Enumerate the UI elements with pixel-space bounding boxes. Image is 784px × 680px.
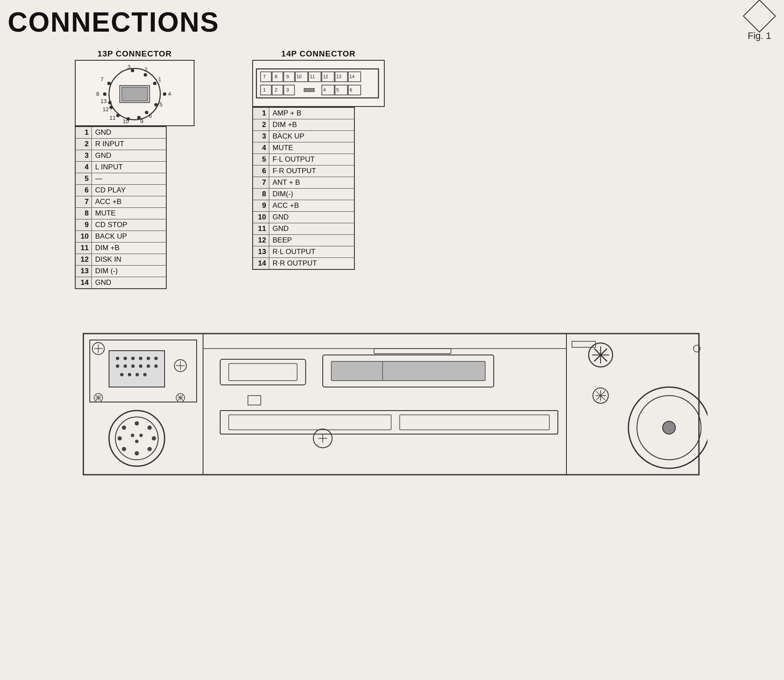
svg-rect-100	[220, 359, 306, 385]
fig-diamond	[743, 0, 776, 33]
table-row: 12BEEP	[253, 235, 354, 246]
svg-text:2: 2	[274, 87, 277, 92]
svg-point-11	[154, 103, 158, 106]
svg-point-92	[122, 447, 126, 451]
pin-label: GND	[91, 277, 166, 289]
svg-text:10: 10	[297, 74, 302, 79]
pin-label: CD STOP	[91, 219, 166, 231]
svg-rect-29	[256, 69, 378, 98]
pin-number: 7	[253, 177, 269, 189]
table-row: 13DIM (-)	[75, 266, 166, 277]
svg-point-93	[118, 436, 122, 441]
pin-label: DIM +B	[269, 119, 354, 131]
pin-number: 1	[253, 107, 269, 119]
svg-text:11: 11	[310, 74, 315, 79]
svg-text:1: 1	[158, 76, 161, 83]
svg-rect-30	[261, 72, 271, 82]
svg-rect-50	[284, 85, 295, 95]
pin-label: GND	[269, 223, 354, 235]
svg-point-90	[147, 447, 152, 451]
svg-text:5: 5	[336, 87, 339, 92]
svg-point-95	[131, 434, 134, 437]
svg-text:12: 12	[323, 74, 328, 79]
table-row: 1AMP + B	[253, 107, 354, 119]
pin-label: MUTE	[91, 208, 166, 219]
table-row: 5F·L OUTPUT	[253, 154, 354, 166]
table-row: 1GND	[75, 127, 166, 139]
svg-text:6: 6	[149, 112, 152, 119]
svg-rect-103	[331, 361, 485, 381]
pin-label: CD PLAY	[91, 185, 166, 196]
pin-number: 7	[75, 196, 91, 208]
pin-number: 10	[253, 212, 269, 223]
svg-text:4: 4	[168, 91, 171, 97]
svg-text:9: 9	[140, 118, 143, 124]
pin-label: ACC +B	[91, 196, 166, 208]
connector-13p-title: 13P CONNECTOR	[75, 49, 195, 59]
svg-text:3: 3	[127, 64, 130, 70]
bottom-diagram-svg	[75, 325, 707, 483]
svg-rect-65	[109, 351, 165, 387]
svg-point-7	[131, 69, 134, 72]
pin-label: GND	[269, 212, 354, 223]
svg-rect-106	[220, 411, 558, 434]
svg-point-71	[154, 357, 158, 360]
svg-point-66	[116, 357, 119, 360]
page-title: CONNECTIONS	[8, 6, 219, 38]
svg-point-17	[103, 92, 106, 96]
table-row: 6CD PLAY	[75, 185, 166, 196]
pin-label: MUTE	[269, 142, 354, 154]
pin-label: —	[91, 173, 166, 185]
svg-point-67	[124, 357, 127, 360]
connector-13p-table: 1GND2R INPUT3GND4L INPUT5—6CD PLAY7ACC +…	[75, 126, 167, 289]
svg-rect-58	[304, 89, 314, 92]
svg-text:10: 10	[123, 118, 129, 124]
table-row: 8MUTE	[75, 208, 166, 219]
svg-text:13: 13	[336, 74, 342, 79]
svg-point-75	[139, 364, 142, 368]
svg-point-87	[135, 421, 139, 426]
svg-rect-113	[566, 334, 699, 475]
pin-label: R·L OUTPUT	[269, 246, 354, 258]
pin-number: 3	[253, 131, 269, 142]
bottom-diagram	[75, 325, 707, 485]
table-row: 14GND	[75, 277, 166, 289]
connector-14p-diagram: 7 8 9 10 11 12 13 14 1 2 3 4 5	[252, 60, 385, 107]
table-row: 5—	[75, 173, 166, 185]
pin-label: DIM (-)	[91, 266, 166, 277]
table-row: 9ACC +B	[253, 200, 354, 212]
pin-label: BACK UP	[91, 231, 166, 242]
connector-13p: 13P CONNECTOR 1 2 3 4 5 6	[75, 49, 195, 289]
fig-area: Fig. 1	[748, 4, 771, 41]
svg-text:5: 5	[159, 101, 162, 108]
svg-point-27	[108, 101, 112, 104]
table-row: 10GND	[253, 212, 354, 223]
pin-label: ANT + B	[269, 177, 354, 189]
pin-number: 9	[75, 219, 91, 231]
pin-number: 8	[253, 189, 269, 200]
svg-rect-2	[122, 87, 147, 101]
pin-label: DISK IN	[91, 254, 166, 266]
connector-14p-title: 14P CONNECTOR	[252, 49, 385, 59]
svg-point-5	[144, 73, 147, 77]
pin-label: R INPUT	[91, 139, 166, 150]
pin-number: 13	[253, 246, 269, 258]
pin-number: 4	[75, 162, 91, 173]
table-row: 6F·R OUTPUT	[253, 166, 354, 177]
svg-point-72	[116, 364, 119, 368]
pin-number: 8	[75, 208, 91, 219]
pin-number: 14	[253, 258, 269, 270]
svg-text:13: 13	[100, 98, 106, 104]
svg-point-25	[109, 106, 113, 109]
table-row: 11DIM +B	[75, 242, 166, 254]
svg-text:8: 8	[274, 74, 277, 79]
pin-number: 10	[75, 231, 91, 242]
pin-number: 13	[75, 266, 91, 277]
pin-label: GND	[91, 127, 166, 139]
svg-rect-32	[272, 72, 283, 82]
table-row: 3GND	[75, 150, 166, 162]
pin-number: 9	[253, 200, 269, 212]
pin-label: ACC +B	[269, 200, 354, 212]
pin-label: GND	[91, 150, 166, 162]
table-row: 10BACK UP	[75, 231, 166, 242]
